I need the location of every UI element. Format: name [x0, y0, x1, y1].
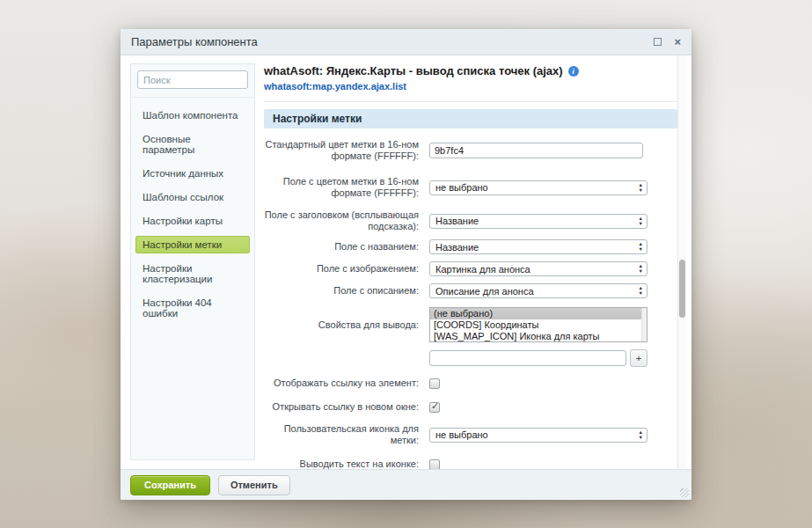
add-property-button[interactable]: + [630, 349, 647, 367]
section-header-marker-settings: Настройки метки [264, 109, 677, 128]
sidebar-item-404-settings[interactable]: Настройки 404 ошибки [135, 294, 250, 322]
dialog-titlebar[interactable]: Параметры компонента × [121, 29, 691, 55]
form-row-add-property: + [264, 349, 677, 367]
name-field-select[interactable]: Название ▲▼ [429, 239, 647, 254]
add-property-input[interactable] [429, 350, 626, 366]
field-label: Поле с изображением: [264, 263, 429, 275]
form-row-custom-icon: Пользовательская иконка для метки: не вы… [264, 423, 677, 446]
sidebar-item-data-source[interactable]: Источник данных [135, 165, 250, 182]
select-value: Название [435, 216, 479, 226]
field-label: Поле с цветом метки в 16-ном формате (FF… [264, 176, 429, 199]
listbox-option[interactable]: [WAS_MAP_ICON] Иконка для карты [430, 331, 647, 342]
divider [264, 101, 677, 102]
form-row-color-field: Поле с цветом метки в 16-ном формате (FF… [264, 172, 677, 202]
component-title: whatAsoft: Яндекс.Карты - вывод списка т… [264, 64, 563, 77]
image-field-select[interactable]: Картинка для анонса ▲▼ [429, 261, 647, 276]
form-row-title-field: Поле с заголовком (всплывающая подсказка… [264, 209, 677, 232]
component-parameters-dialog: Параметры компонента × Шаблон компонента… [121, 29, 691, 500]
form-row-open-new-window: Открывать ссылку в новом окне: ✓ [264, 401, 677, 413]
chevron-up-down-icon: ▲▼ [639, 182, 643, 193]
field-label: Поле с описанием: [264, 285, 429, 297]
dialog-body: Шаблон компонента Основные параметры Ист… [121, 55, 691, 469]
chevron-up-down-icon: ▲▼ [639, 216, 643, 226]
custom-icon-select[interactable]: не выбрано ▲▼ [429, 428, 647, 443]
form-row-text-on-icon: Выводить текст на иконке: [264, 458, 677, 469]
show-link-checkbox[interactable] [429, 378, 440, 389]
marker-color-input[interactable] [429, 143, 643, 158]
dialog-title: Параметры компонента [131, 35, 258, 48]
text-on-icon-checkbox[interactable] [429, 459, 440, 470]
main-scrollbar-track[interactable] [677, 55, 686, 469]
select-value: Картинка для анонса [435, 264, 530, 275]
sidebar: Шаблон компонента Основные параметры Ист… [130, 63, 255, 460]
info-icon[interactable]: i [568, 66, 579, 77]
select-value: не выбрано [435, 429, 488, 440]
field-label: Открывать ссылку в новом окне: [264, 401, 429, 413]
field-label: Поле с названием: [264, 241, 429, 253]
field-label: Выводить текст на иконке: [264, 458, 429, 469]
field-label: Отображать ссылку на элемент: [264, 378, 429, 389]
title-field-select[interactable]: Название ▲▼ [429, 214, 647, 229]
close-icon[interactable]: × [674, 38, 681, 46]
output-properties-listbox[interactable]: (не выбрано) [COORDS] Координаты [WAS_MA… [429, 307, 647, 342]
field-label: Свойства для вывода: [264, 319, 429, 331]
listbox-option[interactable]: (не выбрано) [430, 308, 647, 319]
sidebar-item-map-settings[interactable]: Настройки карты [135, 212, 250, 230]
dialog-footer: Сохранить Отменить [121, 469, 691, 500]
desktop-background: Параметры компонента × Шаблон компонента… [0, 0, 812, 528]
component-code-link[interactable]: whatasoft:map.yandex.ajax.list [264, 81, 406, 92]
select-value: Описание для анонса [435, 286, 534, 297]
sidebar-item-link-templates[interactable]: Шаблоны ссылок [135, 188, 250, 206]
field-label: Пользовательская иконка для метки: [264, 423, 429, 446]
description-field-select[interactable]: Описание для анонса ▲▼ [429, 283, 647, 298]
sidebar-item-component-template[interactable]: Шаблон компонента [135, 106, 250, 124]
form-row-description-field: Поле с описанием: Описание для анонса ▲▼ [264, 283, 677, 298]
chevron-up-down-icon: ▲▼ [639, 429, 643, 440]
form-row-image-field: Поле с изображением: Картинка для анонса… [264, 261, 677, 276]
select-value: Название [435, 242, 479, 253]
listbox-scrollbar[interactable] [641, 308, 647, 341]
listbox-option[interactable]: [COORDS] Координаты [430, 319, 647, 331]
main-panel: whatAsoft: Яндекс.Карты - вывод списка т… [264, 64, 677, 469]
chevron-up-down-icon: ▲▼ [639, 285, 643, 296]
checkmark-icon: ✓ [431, 400, 439, 412]
form-row-output-properties: Свойства для вывода: (не выбрано) [COORD… [264, 307, 677, 342]
chevron-up-down-icon: ▲▼ [639, 241, 643, 252]
select-value: не выбрано [435, 182, 488, 193]
maximize-icon[interactable] [654, 38, 662, 46]
save-button[interactable]: Сохранить [130, 475, 210, 495]
cancel-button[interactable]: Отменить [218, 475, 290, 495]
form-row-show-link: Отображать ссылку на элемент: [264, 378, 677, 389]
sidebar-item-marker-settings[interactable]: Настройки метки [135, 236, 250, 253]
sidebar-search [131, 64, 254, 98]
field-label: Стандартный цвет метки в 16-ном формате … [264, 139, 429, 162]
sidebar-item-clustering-settings[interactable]: Настройки кластеризации [135, 260, 250, 288]
sidebar-item-main-parameters[interactable]: Основные параметры [135, 130, 250, 158]
sidebar-menu: Шаблон компонента Основные параметры Ист… [131, 98, 254, 322]
component-title-row: whatAsoft: Яндекс.Карты - вывод списка т… [264, 64, 677, 77]
form-row-name-field: Поле с названием: Название ▲▼ [264, 239, 677, 254]
field-label: Поле с заголовком (всплывающая подсказка… [264, 209, 429, 232]
main-scrollbar-thumb[interactable] [679, 260, 685, 318]
search-input[interactable] [137, 70, 248, 89]
form-row-marker-color: Стандартный цвет метки в 16-ном формате … [264, 136, 677, 165]
chevron-up-down-icon: ▲▼ [639, 263, 643, 274]
resize-handle-icon[interactable] [680, 488, 689, 497]
open-new-window-checkbox[interactable]: ✓ [429, 402, 440, 413]
color-field-select[interactable]: не выбрано ▲▼ [429, 180, 647, 195]
